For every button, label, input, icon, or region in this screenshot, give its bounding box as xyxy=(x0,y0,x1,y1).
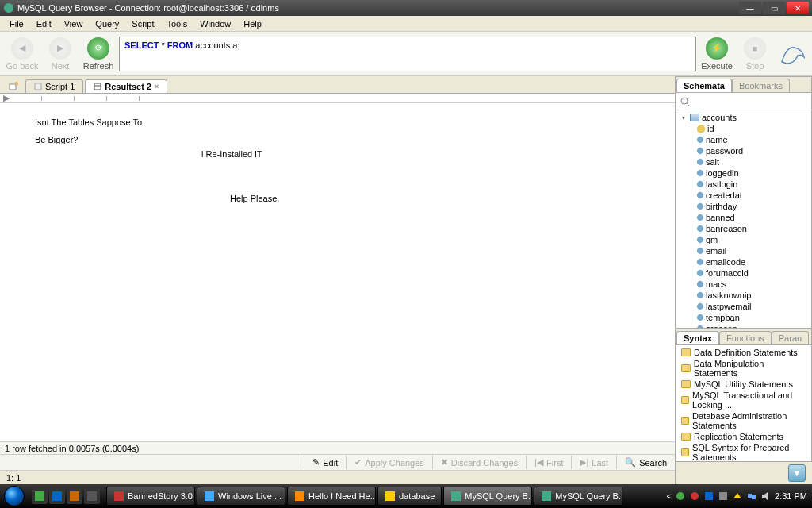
goback-button[interactable]: ◀ Go back xyxy=(5,37,40,71)
search-icon xyxy=(680,96,691,107)
tray-icon[interactable] xyxy=(675,491,686,502)
query-editor[interactable]: SELECT * FROM accounts a; xyxy=(119,37,696,71)
column-label: loggedin xyxy=(706,168,739,178)
discard-button[interactable]: ✖Discard Changes xyxy=(432,456,526,469)
start-button[interactable] xyxy=(0,484,29,508)
task-label: MySQL Query B... xyxy=(465,491,532,501)
ql-item-1[interactable] xyxy=(32,488,48,504)
folder-icon xyxy=(681,433,691,441)
last-button[interactable]: ▶|Last xyxy=(571,456,616,469)
tray-chevron-icon[interactable]: < xyxy=(667,491,672,501)
taskbar-task[interactable]: MySQL Query B... xyxy=(443,487,532,506)
tab-params[interactable]: Paran xyxy=(772,331,809,344)
ql-item-3[interactable] xyxy=(67,488,82,504)
tree-column[interactable]: forumaccid xyxy=(676,267,811,279)
next-button[interactable]: ▶ Next xyxy=(43,37,78,71)
schema-tree[interactable]: ▾ accounts idnamepasswordsaltloggedinlas… xyxy=(676,110,811,328)
query-star: * xyxy=(159,40,167,50)
tree-column[interactable]: createdat xyxy=(676,190,811,201)
tab-resultset2[interactable]: Resultset 2 × xyxy=(85,79,167,93)
tray-icon[interactable] xyxy=(689,491,700,502)
syntax-item[interactable]: Replication Statements xyxy=(676,431,811,442)
menu-file[interactable]: File xyxy=(3,17,30,30)
tree-column[interactable]: password xyxy=(676,145,811,156)
tree-column[interactable]: greason xyxy=(676,323,811,328)
expand-icon[interactable]: ▾ xyxy=(680,114,688,121)
tab-close-icon[interactable]: × xyxy=(155,83,159,90)
refresh-button[interactable]: ⟳ Refresh xyxy=(81,37,116,71)
edit-button[interactable]: ✎Edit xyxy=(304,456,346,469)
taskbar-task[interactable]: Windows Live ... xyxy=(197,487,285,506)
discard-label: Discard Changes xyxy=(451,458,518,468)
tab-bookmarks[interactable]: Bookmarks xyxy=(732,79,790,92)
tray-clock[interactable]: 2:31 PM xyxy=(775,491,807,501)
taskbar-task[interactable]: BannedStory 3.0 xyxy=(106,487,195,506)
taskbar-task[interactable]: Hello I Need He... xyxy=(287,487,376,506)
tree-column[interactable]: birthday xyxy=(676,201,811,212)
tree-column[interactable]: salt xyxy=(676,156,811,167)
menu-query[interactable]: Query xyxy=(89,17,125,30)
tab-script1[interactable]: Script 1 xyxy=(25,79,83,93)
taskbar-task[interactable]: database xyxy=(377,487,442,506)
syntax-item[interactable]: Data Definition Statements xyxy=(676,347,811,358)
tree-column[interactable]: id xyxy=(676,123,811,134)
menu-tools[interactable]: Tools xyxy=(160,17,193,30)
svg-rect-21 xyxy=(748,494,752,498)
minimize-button[interactable]: — xyxy=(739,2,761,14)
tree-column[interactable]: emailcode xyxy=(676,256,811,267)
down-button[interactable]: ▼ xyxy=(788,464,806,482)
maximize-button[interactable]: ▭ xyxy=(763,2,785,14)
ql-item-2[interactable] xyxy=(49,488,65,504)
taskbar-task[interactable]: MySQL Query B... xyxy=(534,487,622,506)
column-label: lastpwemail xyxy=(706,302,751,311)
svg-rect-20 xyxy=(719,492,727,500)
column-label: password xyxy=(706,146,743,156)
tray-icon[interactable] xyxy=(703,491,714,502)
syntax-item[interactable]: Data Manipulation Statements xyxy=(676,358,811,379)
menu-window[interactable]: Window xyxy=(193,17,237,30)
tree-column[interactable]: gm xyxy=(676,234,811,245)
tree-column[interactable]: lastknownip xyxy=(676,290,811,301)
tree-column[interactable]: banreason xyxy=(676,223,811,234)
svg-point-5 xyxy=(681,98,688,104)
apply-button[interactable]: ✔Apply Changes xyxy=(346,456,432,469)
tray-icon[interactable] xyxy=(732,491,743,502)
syntax-list[interactable]: Data Definition StatementsData Manipulat… xyxy=(676,345,811,461)
stop-icon: ■ xyxy=(744,37,766,60)
menu-edit[interactable]: Edit xyxy=(30,17,58,30)
syntax-item[interactable]: MySQL Transactional and Locking ... xyxy=(676,390,811,410)
tree-column[interactable]: lastpwemail xyxy=(676,301,811,312)
first-button[interactable]: |◀First xyxy=(526,456,571,469)
syntax-item[interactable]: SQL Syntax for Prepared Statements xyxy=(676,442,811,461)
overlay-line2: Be Bigger? xyxy=(35,135,279,144)
menu-script[interactable]: Script xyxy=(125,17,160,30)
syntax-item[interactable]: Database Administration Statements xyxy=(676,410,811,431)
tab-syntax[interactable]: Syntax xyxy=(676,331,719,344)
stop-button[interactable]: ■ Stop xyxy=(737,37,772,71)
tab-functions[interactable]: Functions xyxy=(719,331,772,344)
execute-button[interactable]: ⚡ Execute xyxy=(699,37,734,71)
menu-view[interactable]: View xyxy=(58,17,90,30)
syntax-item[interactable]: MySQL Utility Statements xyxy=(676,379,811,390)
tree-column[interactable]: tempban xyxy=(676,312,811,323)
tree-column[interactable]: lastlogin xyxy=(676,179,811,190)
tree-column[interactable]: loggedin xyxy=(676,167,811,179)
tray-icon[interactable] xyxy=(718,491,729,502)
tray-network-icon[interactable] xyxy=(746,491,757,502)
tree-table-accounts[interactable]: ▾ accounts xyxy=(676,112,811,123)
menu-help[interactable]: Help xyxy=(237,17,268,30)
tree-column[interactable]: banned xyxy=(676,212,811,223)
search-button[interactable]: 🔍Search xyxy=(616,456,675,469)
new-tab-button[interactable] xyxy=(6,80,21,93)
tree-column[interactable]: macs xyxy=(676,279,811,290)
tray-volume-icon[interactable] xyxy=(760,491,772,502)
tree-column[interactable]: email xyxy=(676,245,811,256)
result-area: ▶ Isnt The Tables Sappose To Be Bigger? … xyxy=(0,94,675,441)
folder-icon xyxy=(681,380,691,388)
schema-search-input[interactable] xyxy=(691,96,808,107)
tree-column[interactable]: name xyxy=(676,134,811,145)
close-button[interactable]: ✕ xyxy=(787,2,809,14)
column-label: greason xyxy=(706,324,737,328)
ql-item-4[interactable] xyxy=(84,488,100,504)
tab-schemata[interactable]: Schemata xyxy=(676,79,732,92)
